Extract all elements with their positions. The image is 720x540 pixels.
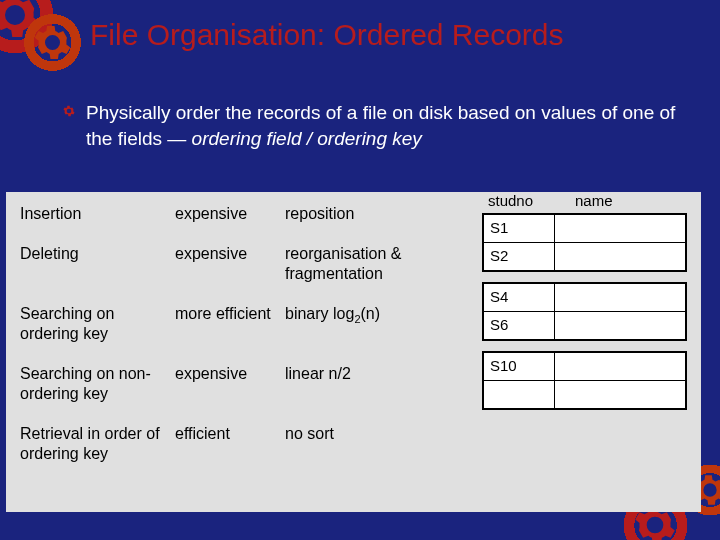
- operation-cost: expensive: [175, 244, 285, 284]
- operation-note-after: (n): [361, 305, 381, 322]
- gear-bullet-icon: [62, 104, 76, 118]
- block-header-studno: studno: [482, 192, 563, 209]
- disk-block: S1S2: [482, 213, 687, 272]
- operation-note: binary log2(n): [285, 304, 472, 344]
- operation-note: reposition: [285, 204, 472, 224]
- record-row: S10: [484, 353, 685, 380]
- operation-row: Searching on non-ordering keyexpensiveli…: [20, 364, 472, 404]
- operation-row: Searching on ordering keymore efficientb…: [20, 304, 472, 344]
- record-studno: S6: [484, 312, 555, 339]
- operation-note: reorganisation & fragmentation: [285, 244, 472, 284]
- operation-note: linear n/2: [285, 364, 472, 404]
- operation-note-text: binary log: [285, 305, 354, 322]
- record-studno: S1: [484, 215, 555, 242]
- record-name: [555, 381, 685, 408]
- operation-name: Insertion: [20, 204, 175, 224]
- gear-decoration: [30, 20, 75, 65]
- operation-name: Searching on non-ordering key: [20, 364, 175, 404]
- bullet-text-italic: ordering field / ordering key: [192, 128, 422, 149]
- content-panel: InsertionexpensiverepositionDeletingexpe…: [6, 192, 701, 512]
- operations-table: InsertionexpensiverepositionDeletingexpe…: [6, 192, 482, 512]
- record-row: S1: [484, 215, 685, 242]
- bullet-item: Physically order the records of a file o…: [62, 100, 680, 151]
- operation-row: Retrieval in order of ordering keyeffici…: [20, 424, 472, 464]
- record-studno: S2: [484, 243, 555, 270]
- disk-block: S10: [482, 351, 687, 410]
- disk-blocks-diagram: studno name S1S2S4S6S10: [482, 192, 701, 512]
- block-headers: studno name: [482, 192, 687, 209]
- record-studno: S4: [484, 284, 555, 311]
- operation-cost: expensive: [175, 204, 285, 224]
- record-name: [555, 215, 685, 242]
- operation-name: Retrieval in order of ordering key: [20, 424, 175, 464]
- record-studno: [484, 381, 555, 408]
- record-row: S2: [484, 242, 685, 270]
- record-studno: S10: [484, 353, 555, 380]
- record-name: [555, 353, 685, 380]
- slide-title: File Organisation: Ordered Records: [90, 18, 564, 52]
- bullet-text: Physically order the records of a file o…: [86, 100, 680, 151]
- record-name: [555, 284, 685, 311]
- operation-note: no sort: [285, 424, 472, 464]
- record-row: S4: [484, 284, 685, 311]
- record-row: [484, 380, 685, 408]
- operation-cost: more efficient: [175, 304, 285, 344]
- disk-block: S4S6: [482, 282, 687, 341]
- operation-row: Insertionexpensivereposition: [20, 204, 472, 224]
- operation-cost: efficient: [175, 424, 285, 464]
- operation-row: Deletingexpensivereorganisation & fragme…: [20, 244, 472, 284]
- operation-name: Deleting: [20, 244, 175, 284]
- operation-cost: expensive: [175, 364, 285, 404]
- operation-name: Searching on ordering key: [20, 304, 175, 344]
- block-header-name: name: [563, 192, 687, 209]
- record-row: S6: [484, 311, 685, 339]
- record-name: [555, 312, 685, 339]
- record-name: [555, 243, 685, 270]
